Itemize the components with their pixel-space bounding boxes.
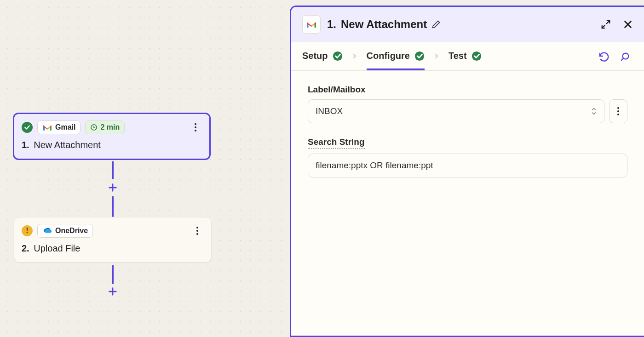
field-label: Search String [308, 137, 365, 149]
node-index: 1. [22, 140, 29, 150]
panel-title-text: New Attachment [341, 18, 427, 31]
interval-text: 2 min [100, 123, 120, 131]
plus-icon [108, 286, 118, 297]
select-caret-icon [591, 108, 597, 115]
node-upload-file[interactable]: ! OneDrive 2. Upload File [14, 217, 212, 263]
tab-label: Configure [367, 51, 410, 61]
edit-title-button[interactable] [431, 20, 441, 29]
svg-point-9 [333, 51, 342, 60]
node-new-attachment[interactable]: Gmail 2 min 1. New Attachment [13, 113, 211, 160]
node-title: 2. Upload File [22, 243, 204, 254]
node-index: 2. [22, 243, 29, 253]
panel-title-index: 1. [327, 18, 336, 31]
onedrive-icon [42, 228, 52, 234]
add-step-button[interactable] [106, 181, 119, 194]
svg-point-11 [472, 51, 481, 60]
panel-body: Label/Mailbox INBOX Search String [291, 71, 644, 205]
node-title-text: New Attachment [34, 140, 101, 150]
field-label-mailbox: Label/Mailbox INBOX [308, 85, 627, 123]
interval-pill: 2 min [85, 120, 125, 134]
check-circle-icon [333, 51, 343, 61]
status-check-icon [22, 122, 33, 133]
search-icon [620, 51, 630, 62]
close-icon [623, 19, 633, 29]
field-search-string: Search String [308, 137, 627, 177]
label-mailbox-select[interactable]: INBOX [308, 99, 604, 123]
select-value: INBOX [316, 106, 343, 116]
step-config-panel: 1. New Attachment Setup [290, 6, 644, 337]
check-circle-icon [414, 51, 425, 61]
tab-setup[interactable]: Setup [302, 42, 343, 70]
panel-header: 1. New Attachment [291, 7, 644, 42]
chevron-right-icon [433, 51, 440, 62]
plus-icon [108, 183, 118, 193]
svg-line-13 [621, 58, 623, 60]
service-name: Gmail [55, 123, 75, 131]
clock-icon [90, 124, 98, 131]
node-title-text: Upload File [34, 243, 80, 253]
search-button[interactable] [620, 51, 630, 62]
expand-icon [601, 19, 611, 29]
expand-button[interactable] [601, 19, 611, 29]
node-menu-button[interactable] [189, 121, 202, 134]
service-name: OneDrive [55, 227, 88, 235]
field-label: Label/Mailbox [308, 85, 366, 95]
panel-title: 1. New Attachment [327, 18, 441, 31]
field-options-button[interactable] [609, 99, 627, 123]
check-circle-icon [472, 51, 482, 61]
undo-button[interactable] [598, 51, 609, 62]
kebab-icon [196, 227, 198, 235]
tab-label: Setup [302, 51, 328, 61]
status-warning-icon: ! [22, 225, 33, 236]
service-pill-onedrive: OneDrive [37, 224, 93, 238]
gmail-icon [302, 15, 321, 34]
gmail-icon [42, 124, 52, 131]
node-title: 1. New Attachment [22, 140, 202, 150]
tab-configure[interactable]: Configure [367, 42, 425, 70]
connector-line [112, 196, 114, 217]
tab-test[interactable]: Test [448, 42, 482, 70]
pencil-icon [431, 20, 441, 29]
kebab-icon [195, 123, 196, 131]
tab-label: Test [448, 51, 467, 61]
close-button[interactable] [623, 19, 633, 29]
connector-line [112, 161, 114, 179]
undo-icon [598, 51, 609, 62]
connector-line [112, 265, 114, 284]
svg-point-10 [415, 51, 424, 60]
service-pill-gmail: Gmail [37, 120, 80, 134]
chevron-right-icon [351, 51, 358, 62]
svg-point-12 [623, 53, 629, 59]
add-step-button[interactable] [106, 285, 119, 298]
step-tabs: Setup Configure Test [291, 42, 644, 71]
search-string-input[interactable] [308, 154, 627, 177]
kebab-icon [617, 107, 619, 115]
node-menu-button[interactable] [191, 224, 204, 237]
